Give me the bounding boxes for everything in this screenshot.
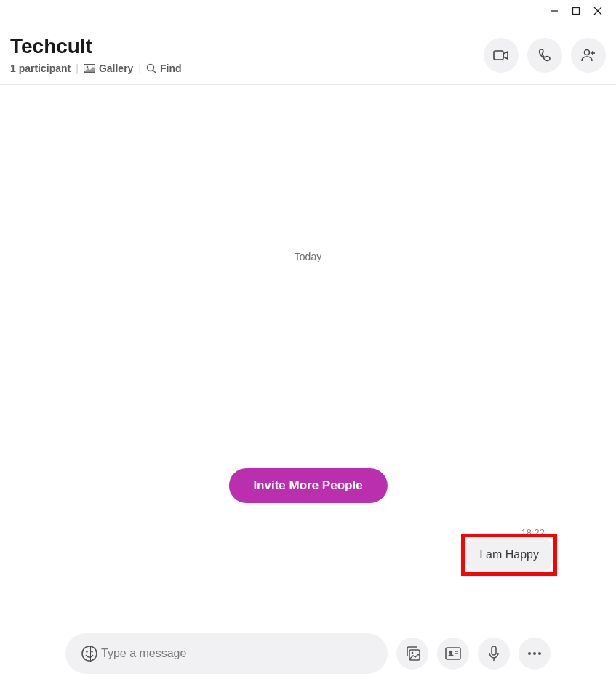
find-label: Find <box>160 63 182 74</box>
svg-point-6 <box>148 65 154 71</box>
attach-file-button[interactable] <box>396 638 428 670</box>
video-call-button[interactable] <box>484 38 519 73</box>
separator: | <box>76 63 79 74</box>
svg-rect-8 <box>494 51 503 60</box>
svg-point-16 <box>412 652 414 654</box>
svg-rect-1 <box>573 8 580 15</box>
audio-call-button[interactable] <box>527 38 562 73</box>
svg-point-13 <box>86 651 87 652</box>
add-person-icon <box>580 48 596 63</box>
microphone-icon <box>488 646 500 662</box>
file-image-icon <box>404 646 420 661</box>
svg-point-25 <box>538 652 541 655</box>
svg-point-18 <box>449 651 453 654</box>
svg-point-9 <box>585 50 590 55</box>
maximize-button[interactable] <box>565 4 587 18</box>
voice-message-button[interactable] <box>478 638 510 670</box>
close-button[interactable] <box>587 4 609 18</box>
gallery-link[interactable]: Gallery <box>84 63 133 74</box>
more-options-button[interactable] <box>519 638 551 670</box>
svg-rect-21 <box>492 646 496 655</box>
contact-card-button[interactable] <box>437 638 469 670</box>
divider <box>65 257 283 257</box>
gallery-label: Gallery <box>99 63 133 74</box>
search-icon <box>146 63 156 73</box>
participants-link[interactable]: 1 participant <box>10 63 71 74</box>
chat-title: Techcult <box>10 35 484 58</box>
invite-more-button[interactable]: Invite More People <box>228 468 387 503</box>
sent-message-bubble[interactable]: I am Happy <box>466 539 552 571</box>
gallery-icon <box>84 64 95 73</box>
find-link[interactable]: Find <box>146 63 182 74</box>
svg-line-7 <box>153 71 156 73</box>
chat-area: Today Invite More People 18:22 I am Happ… <box>0 85 616 603</box>
more-icon <box>527 651 542 656</box>
divider <box>333 257 551 257</box>
contact-icon <box>445 647 461 660</box>
add-person-button[interactable] <box>571 38 606 73</box>
highlight-box: I am Happy <box>461 534 557 576</box>
minimize-button[interactable] <box>543 4 565 18</box>
separator: | <box>138 63 141 74</box>
video-icon <box>493 49 509 61</box>
svg-point-23 <box>528 652 531 655</box>
phone-icon <box>537 48 552 63</box>
svg-point-24 <box>533 652 536 655</box>
date-separator: Today <box>283 251 333 262</box>
svg-point-5 <box>87 66 89 68</box>
message-input-container <box>65 633 388 674</box>
message-input[interactable] <box>91 633 380 674</box>
